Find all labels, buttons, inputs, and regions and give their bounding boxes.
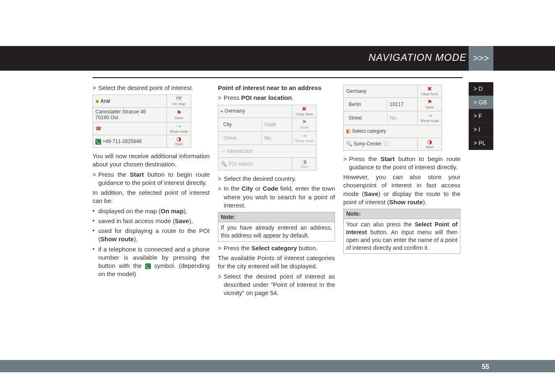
step-start-route-2: > Press the Start button to begin route … [343, 155, 460, 172]
note-box-select-poi: Note: Your can also press the Select Poi… [343, 209, 460, 254]
column-2: Point of interest near to an address > P… [218, 82, 335, 299]
step-select-poi-described: > Select the desired point of interest a… [218, 272, 335, 297]
page-title: NAVIGATION MODE [368, 52, 467, 63]
clear-icon[interactable]: ✖ [419, 86, 441, 92]
save-icon-disabled: ⚑ [293, 119, 315, 125]
field-country[interactable]: Germany [224, 108, 245, 114]
top-rule [92, 77, 462, 78]
clear-icon[interactable]: ✖ [293, 106, 315, 112]
para-however: However, you can also store your chosenp… [343, 173, 460, 206]
note-label: Note: [343, 209, 460, 219]
poi-address-line1: Cannstatter Strasse 46 [95, 109, 146, 115]
para-categories-displayed: The available Points of interest categor… [218, 254, 335, 271]
field-street-disabled: Street [221, 133, 261, 143]
para-receive-info: You will now receive additional informat… [92, 152, 210, 169]
tab-gb[interactable]: > GB [469, 96, 493, 109]
map-icon[interactable]: 🗺 [168, 96, 190, 101]
step-select-country: > Select the desired country. [218, 175, 335, 183]
step-select-poi: > Select the desired point of interest. [92, 84, 210, 92]
device-poi-detail: ◆ Aral 🗺On map Cannstatter Strasse 46 70… [92, 95, 191, 148]
start-icon[interactable]: ◑ [419, 139, 441, 145]
field-zip-filled[interactable]: 10117 [387, 99, 415, 109]
start-icon-disabled: ◑ [293, 159, 315, 164]
field-poi-search-disabled: 🔍 POI search [218, 159, 292, 169]
bullet-save: • saved in fast access mode (Save), [92, 217, 210, 225]
tab-i[interactable]: > I [469, 123, 493, 136]
route-icon-disabled: ⇢ [293, 133, 315, 138]
page-number: 55 [482, 363, 489, 371]
field-city[interactable]: City [221, 120, 261, 129]
tab-f[interactable]: > F [469, 109, 493, 123]
field-select-category[interactable]: ◧ Select category [344, 126, 418, 136]
route-icon[interactable]: ⇢ [419, 113, 441, 118]
field-code[interactable]: Code [261, 120, 289, 129]
poi-address-line2: 70190 Ost [95, 115, 118, 120]
field-no-disabled: No. [261, 133, 289, 143]
device-address-form-filled: Germany ✖Clear form Berlin 10117 ⚑Save S… [343, 85, 442, 151]
tab-d[interactable]: > D [469, 82, 493, 96]
bullet-phone: • if a telephone is connected and a phon… [92, 245, 210, 279]
para-in-addition: In addition, the selected point of inter… [92, 189, 210, 205]
field-no-disabled: No. [387, 113, 415, 123]
step-press-poi-near-location: > Press POI near location. [218, 94, 335, 102]
note-body: If you have already entered an address, … [218, 222, 335, 242]
column-3: Germany ✖Clear form Berlin 10117 ⚑Save S… [343, 82, 460, 299]
subheading-poi-near-address: Point of interest near to an address [218, 84, 335, 92]
save-icon[interactable]: ⚑ [419, 99, 441, 105]
field-country-filled[interactable]: Germany [344, 86, 417, 96]
field-poi-result[interactable]: 🔍 Sony-Center ⓘ [344, 139, 417, 149]
phone-icon[interactable] [95, 139, 101, 145]
step-select-category: > Press the Select category button. [218, 244, 335, 252]
footer-stripe [0, 360, 555, 372]
poi-name: Aral [100, 98, 110, 104]
start-icon[interactable]: ◑ [168, 136, 190, 142]
columns: > Select the desired point of interest. … [92, 82, 460, 299]
tab-pl[interactable]: > PL [469, 136, 493, 150]
phone-icon-inline [145, 263, 151, 269]
step-enter-city: > In the City or Code field, enter the t… [218, 184, 335, 210]
note-body: Your can also press the Select Point of … [343, 219, 460, 254]
poi-phone: +49-711-2625648 [102, 138, 141, 144]
field-intersection-disabled: ↔ Intersection [218, 146, 292, 156]
language-tabs: > D > GB > F > I > PL [469, 82, 493, 150]
field-street[interactable]: Street [346, 113, 387, 123]
step-start-route: > Press the Start button to begin route … [92, 171, 210, 187]
field-city-filled[interactable]: Berlin [346, 99, 387, 109]
route-icon[interactable]: ⇢ [168, 123, 190, 129]
header-chevrons: >>> [469, 46, 493, 71]
save-icon[interactable]: ⚑ [168, 110, 190, 115]
note-label: Note: [218, 212, 335, 222]
bullet-show-route: • used for displaying a route to the POI… [92, 227, 210, 244]
call-icon[interactable]: ☎ [95, 126, 102, 131]
device-address-form-empty: ▸ Germany ✖Clear form City Code ⚑Save St… [218, 105, 317, 171]
page: NAVIGATION MODE >>> > D > GB > F > I > P… [0, 0, 555, 392]
column-1: > Select the desired point of interest. … [92, 82, 210, 299]
note-box-address-default: Note: If you have already entered an add… [218, 212, 335, 242]
bullet-on-map: • displayed on the map (On map), [92, 207, 210, 215]
